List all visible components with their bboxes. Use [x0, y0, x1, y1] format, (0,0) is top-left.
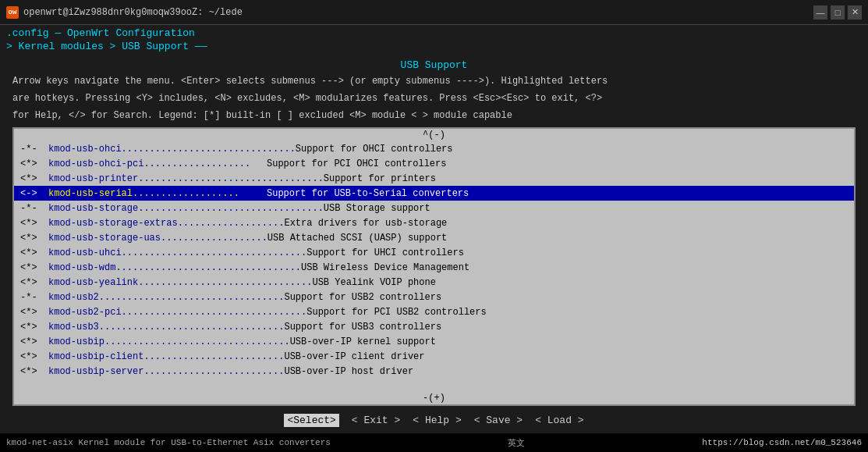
menu-item[interactable]: <*>kmod-usb-uhci........................… — [14, 245, 854, 260]
item-name: kmod-usb2...............................… — [48, 292, 284, 303]
menu-item[interactable]: <*>kmod-usb-storage-extras..............… — [14, 215, 854, 230]
menu-item[interactable]: <*>kmod-usb2-pci........................… — [14, 304, 854, 319]
item-desc: USB Attached SCSI (UASP) support — [267, 233, 447, 244]
item-desc: USB Yealink VOIP phone — [312, 277, 435, 288]
item-prefix: <*> — [20, 322, 48, 333]
status-ime: 英文 — [508, 437, 525, 449]
item-prefix: -*- — [20, 144, 48, 155]
item-desc: Extra drivers for usb-storage — [284, 218, 447, 229]
item-name: kmod-usbip..............................… — [48, 336, 290, 347]
maximize-button[interactable]: □ — [831, 5, 845, 20]
item-desc: Support for USB2 controllers — [284, 292, 441, 303]
scroll-top-indicator: ^(-) — [14, 129, 854, 141]
item-desc: Support for USB3 controllers — [284, 322, 441, 333]
help-text-1: Arrow keys navigate the menu. <Enter> se… — [6, 73, 862, 90]
item-prefix: <*> — [20, 277, 48, 288]
item-prefix: <*> — [20, 262, 48, 273]
item-prefix: <*> — [20, 247, 48, 258]
item-desc: Support for OHCI controllers — [296, 144, 453, 155]
breadcrumb-bar: .config — OpenWrt Configuration > Kernel… — [0, 25, 868, 55]
nav-button-3[interactable]: < Save > — [474, 414, 523, 427]
status-url: https://blog.csdn.net/m0_523646 — [702, 438, 862, 447]
item-name: kmod-usb-ohci...........................… — [48, 144, 296, 155]
item-prefix: -*- — [20, 203, 48, 214]
menu-item[interactable]: -*-kmod-usb-storage.....................… — [14, 201, 854, 215]
item-prefix: <-> — [20, 188, 48, 199]
menu-item[interactable]: <*>kmod-usb-storage-uas.................… — [14, 230, 854, 245]
item-name: kmod-usb-serial................... — [48, 188, 267, 199]
item-prefix: <*> — [20, 233, 48, 244]
dialog-title: USB Support — [6, 58, 862, 73]
menu-items: -*-kmod-usb-ohci........................… — [14, 141, 854, 392]
menu-item[interactable]: <*>kmod-usbip...........................… — [14, 334, 854, 349]
item-name: kmod-usb3...............................… — [48, 322, 284, 333]
help-text-2: are hotkeys. Pressing <Y> includes, <N> … — [6, 90, 862, 107]
item-name: kmod-usb-storage-extras.................… — [48, 218, 284, 229]
item-desc: USB-over-IP kernel support — [290, 336, 436, 347]
nav-button-1[interactable]: < Exit > — [352, 414, 400, 427]
nav-button-0[interactable]: <Select> — [284, 414, 338, 427]
status-left: kmod-net-asix Kernel module for USB-to-E… — [6, 438, 331, 447]
scroll-bottom-indicator: -(+) — [14, 392, 854, 404]
menu-item[interactable]: <*>kmod-usb-yealink.....................… — [14, 275, 854, 290]
item-prefix: <*> — [20, 351, 48, 362]
dialog: USB Support Arrow keys navigate the menu… — [0, 55, 868, 433]
item-prefix: <*> — [20, 173, 48, 184]
item-name: kmod-usb-storage........................… — [48, 203, 324, 214]
item-prefix: <*> — [20, 158, 48, 169]
terminal: .config — OpenWrt Configuration > Kernel… — [0, 25, 868, 452]
item-desc: USB Storage support — [324, 203, 430, 214]
item-desc: Support for PCI OHCI controllers — [267, 158, 446, 169]
item-name: kmod-usb-yealink........................… — [48, 277, 312, 288]
item-name: kmod-usb2-pci...........................… — [48, 307, 306, 318]
item-name: kmod-usb-storage-uas................... — [48, 233, 267, 244]
breadcrumb-line1: .config — OpenWrt Configuration — [3, 27, 865, 40]
item-prefix: <*> — [20, 366, 48, 377]
menu-item[interactable]: <->kmod-usb-serial................... Su… — [14, 186, 854, 201]
item-name: kmod-usb-printer........................… — [48, 173, 324, 184]
window-controls[interactable]: — □ ✕ — [813, 5, 862, 20]
item-desc: Support for USB-to-Serial converters — [267, 188, 469, 199]
item-name: kmod-usb-uhci...........................… — [48, 247, 306, 258]
minimize-button[interactable]: — — [813, 5, 827, 20]
item-prefix: <*> — [20, 218, 48, 229]
breadcrumb-line2: > Kernel modules > USB Support —— — [3, 40, 865, 53]
item-prefix: <*> — [20, 307, 48, 318]
item-desc: USB Wireless Device Management — [301, 262, 469, 273]
close-button[interactable]: ✕ — [848, 5, 862, 20]
item-name: kmod-usbip-client.......................… — [48, 351, 284, 362]
title-bar: ow openwrt@iZwz988dnr0kg0moqw39ooZ: ~/le… — [0, 0, 868, 25]
item-name: kmod-usb-wdm............................… — [48, 262, 301, 273]
menu-item[interactable]: -*-kmod-usb2............................… — [14, 290, 854, 304]
menu-item[interactable]: -*-kmod-usb-ohci........................… — [14, 141, 854, 156]
menu-item[interactable]: <*>kmod-usbip-server....................… — [14, 364, 854, 379]
help-text-3: for Help, </> for Search. Legend: [*] bu… — [6, 107, 862, 124]
button-bar: <Select>< Exit >< Help >< Save >< Load > — [6, 409, 862, 430]
menu-item[interactable]: <*>kmod-usbip-client....................… — [14, 349, 854, 364]
nav-button-2[interactable]: < Help > — [413, 414, 461, 427]
item-prefix: -*- — [20, 292, 48, 303]
item-prefix: <*> — [20, 336, 48, 347]
item-desc: Support for UHCI controllers — [306, 247, 464, 258]
menu-item[interactable]: <*>kmod-usb-printer.....................… — [14, 171, 854, 186]
menu-item[interactable]: <*>kmod-usb3............................… — [14, 319, 854, 334]
item-desc: USB-over-IP client driver — [284, 351, 424, 362]
app-icon: ow — [6, 6, 19, 19]
item-name: kmod-usbip-server.......................… — [48, 366, 284, 377]
nav-button-4[interactable]: < Load > — [535, 414, 583, 427]
item-desc: USB-over-IP host driver — [284, 366, 413, 377]
menu-item[interactable]: <*>kmod-usb-wdm.........................… — [14, 260, 854, 275]
item-desc: Support for PCI USB2 controllers — [306, 307, 486, 318]
status-bar: kmod-net-asix Kernel module for USB-to-E… — [0, 433, 868, 452]
menu-box[interactable]: ^(-) -*-kmod-usb-ohci...................… — [12, 127, 856, 406]
title-bar-text: openwrt@iZwz988dnr0kg0moqw39ooZ: ~/lede — [23, 7, 809, 18]
item-name: kmod-usb-ohci-pci................... — [48, 158, 267, 169]
item-desc: Support for printers — [324, 173, 436, 184]
menu-item[interactable]: <*>kmod-usb-ohci-pci................... … — [14, 156, 854, 171]
